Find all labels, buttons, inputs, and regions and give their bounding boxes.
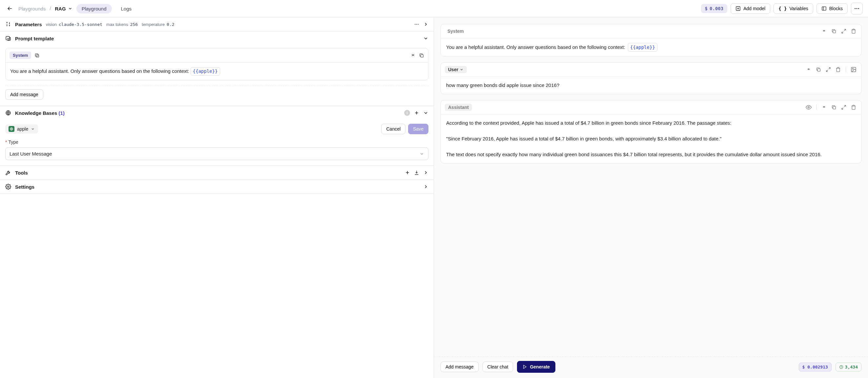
- copy-icon[interactable]: [830, 104, 837, 111]
- tools-add-icon[interactable]: [405, 170, 410, 175]
- svg-point-5: [415, 24, 415, 25]
- svg-rect-20: [833, 107, 836, 109]
- tools-expand-icon[interactable]: [423, 170, 428, 175]
- svg-rect-11: [421, 55, 423, 57]
- breadcrumb-root[interactable]: Playgrounds: [19, 6, 45, 11]
- svg-rect-16: [817, 69, 820, 71]
- kb-info-icon[interactable]: i: [404, 110, 410, 116]
- system-prompt-variable[interactable]: {{apple}}: [191, 67, 220, 75]
- kb-type-select[interactable]: Last User Message: [5, 147, 428, 160]
- param-temperature: temperature0.2: [142, 22, 175, 27]
- visibility-icon[interactable]: [805, 104, 812, 111]
- token-count-badge: 3,434: [836, 363, 862, 372]
- parameters-more-icon[interactable]: [414, 22, 419, 27]
- dollar-icon: $: [705, 6, 708, 11]
- total-cost-badge: $ 0.003: [701, 4, 727, 13]
- tab-logs[interactable]: Logs: [116, 4, 137, 13]
- svg-point-6: [416, 24, 417, 25]
- svg-point-14: [7, 186, 9, 188]
- svg-point-4: [858, 8, 859, 9]
- parameters-expand[interactable]: [423, 22, 428, 27]
- delete-icon[interactable]: [850, 28, 857, 35]
- copy-icon[interactable]: [815, 66, 822, 73]
- tools-header[interactable]: Tools: [0, 166, 434, 180]
- variables-label: Variables: [789, 6, 808, 11]
- tab-playground[interactable]: Playground: [76, 4, 112, 13]
- settings-expand-icon[interactable]: [423, 184, 428, 189]
- back-arrow-icon: [6, 5, 13, 12]
- svg-point-18: [852, 69, 853, 69]
- param-max-tokens: max tokens256: [106, 22, 138, 27]
- enhance-prompt-icon[interactable]: [34, 53, 40, 58]
- clear-chat-button[interactable]: Clear chat: [483, 361, 514, 372]
- generate-button[interactable]: Generate: [517, 361, 555, 373]
- prompt-template-collapse[interactable]: [423, 36, 428, 41]
- delete-icon[interactable]: [850, 104, 857, 111]
- knowledge-bases-header[interactable]: Knowledge Bases (1) i: [0, 106, 434, 120]
- chat-assistant-role: Assistant: [445, 104, 472, 111]
- kb-item-apple[interactable]: apple: [5, 124, 38, 133]
- kb-collapse-icon[interactable]: [423, 110, 428, 116]
- blocks-button[interactable]: Blocks: [816, 3, 848, 14]
- topbar: Playgrounds / RAG Playground Logs $ 0.00…: [0, 0, 868, 18]
- columns-icon: [822, 6, 827, 11]
- prompt-template-header[interactable]: Prompt template: [0, 32, 434, 45]
- add-model-icon: [736, 6, 741, 11]
- chat-user-card: User how many green bonds did apple issu…: [440, 62, 862, 94]
- chat-user-body[interactable]: how many green bonds did apple issue sin…: [441, 77, 861, 94]
- system-prompt-body[interactable]: You are a helpful assistant. Only answer…: [6, 63, 428, 80]
- copy-system-icon[interactable]: [419, 53, 424, 58]
- breadcrumb-current[interactable]: RAG: [55, 6, 72, 11]
- more-horizontal-icon: [854, 6, 860, 11]
- svg-rect-15: [833, 30, 836, 33]
- kb-cancel-button[interactable]: Cancel: [381, 124, 405, 134]
- expand-icon[interactable]: [825, 66, 832, 73]
- param-vision: visionclaude-3.5-sonnet: [46, 22, 102, 27]
- image-icon[interactable]: [850, 66, 857, 73]
- svg-rect-10: [36, 55, 39, 57]
- total-cost-value: 0.003: [710, 6, 723, 11]
- add-message-label: Add message: [10, 92, 38, 97]
- parameters-header[interactable]: Parameters visionclaude-3.5-sonnet max t…: [0, 18, 434, 31]
- delete-icon[interactable]: [835, 66, 842, 73]
- collapse-system-icon[interactable]: [410, 53, 415, 58]
- breadcrumb-current-label: RAG: [55, 6, 66, 11]
- expand-icon[interactable]: [840, 28, 847, 35]
- settings-header[interactable]: Settings: [0, 180, 434, 194]
- blocks-label: Blocks: [829, 6, 843, 11]
- collapse-icon[interactable]: [805, 66, 812, 73]
- chevron-down-icon: [31, 127, 35, 131]
- chat-system-body[interactable]: You are a helpful assistant. Only answer…: [441, 38, 861, 56]
- svg-point-2: [855, 8, 856, 9]
- parameters-title: Parameters: [15, 22, 42, 27]
- kb-save-button[interactable]: Save: [408, 124, 428, 134]
- tools-import-icon[interactable]: [414, 170, 419, 175]
- prompt-template-icon: [5, 35, 11, 41]
- add-message-button-left[interactable]: Add message: [5, 89, 43, 100]
- kb-add-icon[interactable]: [414, 110, 419, 116]
- knowledge-bases-icon: [5, 110, 11, 116]
- more-button[interactable]: [851, 3, 863, 14]
- expand-icon[interactable]: [840, 104, 847, 111]
- settings-title: Settings: [15, 184, 34, 190]
- kb-type-value: Last User Message: [9, 151, 52, 157]
- copy-icon[interactable]: [830, 28, 837, 35]
- collapse-icon[interactable]: [820, 28, 828, 35]
- chat-system-role: System: [445, 28, 466, 35]
- kb-type-label: *Type: [5, 139, 428, 145]
- chat-system-variable[interactable]: {{apple}}: [628, 43, 657, 52]
- system-prompt-card: System You are a helpful assistant. Only…: [5, 48, 428, 81]
- add-message-button-right[interactable]: Add message: [440, 361, 478, 372]
- chat-user-role[interactable]: User: [445, 66, 467, 73]
- svg-rect-9: [35, 54, 38, 56]
- back-button[interactable]: [5, 4, 14, 13]
- svg-point-3: [857, 8, 858, 9]
- chevron-down-icon: [68, 6, 72, 11]
- braces-icon: { }: [778, 6, 787, 11]
- chevron-down-icon: [420, 152, 424, 156]
- variables-button[interactable]: { } Variables: [774, 3, 813, 14]
- collapse-icon[interactable]: [820, 104, 828, 111]
- add-model-button[interactable]: Add model: [731, 3, 770, 14]
- chat-assistant-body[interactable]: According to the context provided, Apple…: [441, 115, 861, 163]
- system-role-pill: System: [9, 52, 31, 59]
